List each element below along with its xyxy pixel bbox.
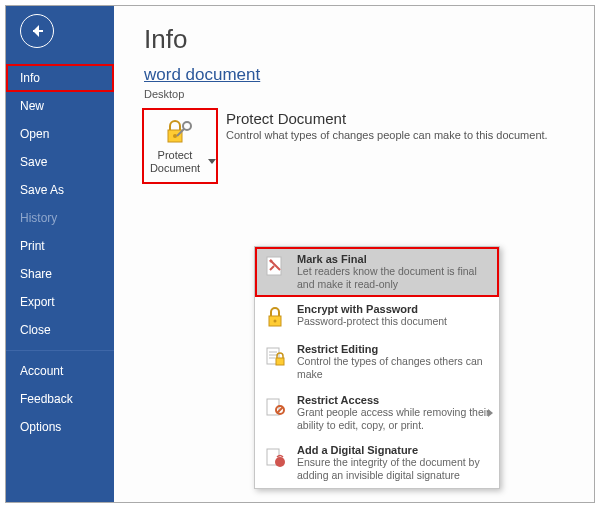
menu-mark-as-final[interactable]: Mark as Final Let readers know the docum…	[255, 247, 499, 297]
nav-options[interactable]: Options	[6, 413, 114, 441]
menu-item-desc: Grant people access while removing their…	[297, 406, 491, 432]
menu-item-desc: Password-protect this document	[297, 315, 491, 328]
nav-open[interactable]: Open	[6, 120, 114, 148]
lock-icon	[263, 305, 287, 329]
nav-close[interactable]: Close	[6, 316, 114, 344]
svg-rect-13	[276, 358, 284, 365]
nav-print[interactable]: Print	[6, 232, 114, 260]
menu-add-signature[interactable]: Add a Digital Signature Ensure the integ…	[255, 438, 499, 488]
protect-desc: Control what types of changes people can…	[226, 129, 594, 141]
restrict-editing-icon	[263, 345, 287, 369]
document-location: Desktop	[114, 85, 594, 110]
signature-icon	[263, 446, 287, 470]
main-pane: Info word document Desktop Protect Docum…	[114, 6, 594, 502]
nav-export[interactable]: Export	[6, 288, 114, 316]
nav-account[interactable]: Account	[6, 357, 114, 385]
protect-section: Protect Document Protect Document Contro…	[114, 110, 594, 182]
nav-save-as[interactable]: Save As	[6, 176, 114, 204]
nav-new[interactable]: New	[6, 92, 114, 120]
nav-info[interactable]: Info	[6, 64, 114, 92]
backstage-sidebar: Info New Open Save Save As History Print…	[6, 6, 114, 502]
svg-point-8	[274, 320, 277, 323]
menu-restrict-access[interactable]: Restrict Access Grant people access whil…	[255, 388, 499, 438]
svg-point-2	[173, 134, 177, 138]
protect-document-menu: Mark as Final Let readers know the docum…	[254, 246, 500, 489]
nav-history: History	[6, 204, 114, 232]
protect-button-label: Protect Document	[144, 149, 216, 173]
menu-restrict-editing[interactable]: Restrict Editing Control the types of ch…	[255, 337, 499, 387]
nav-save[interactable]: Save	[6, 148, 114, 176]
menu-item-title: Mark as Final	[297, 253, 491, 265]
nav-top: Info New Open Save Save As History Print…	[6, 64, 114, 441]
menu-item-desc: Control the types of changes others can …	[297, 355, 491, 381]
svg-rect-0	[33, 30, 43, 32]
svg-point-18	[275, 457, 285, 467]
menu-item-title: Add a Digital Signature	[297, 444, 491, 456]
menu-encrypt-password[interactable]: Encrypt with Password Password-protect t…	[255, 297, 499, 337]
restrict-access-icon	[263, 396, 287, 420]
back-button[interactable]	[20, 14, 54, 48]
nav-feedback[interactable]: Feedback	[6, 385, 114, 413]
menu-item-title: Encrypt with Password	[297, 303, 491, 315]
protect-title: Protect Document	[226, 110, 594, 129]
menu-item-desc: Let readers know the document is final a…	[297, 265, 491, 291]
svg-point-6	[270, 260, 273, 263]
menu-item-title: Restrict Access	[297, 394, 491, 406]
nav-share[interactable]: Share	[6, 260, 114, 288]
submenu-arrow-icon	[488, 409, 493, 417]
menu-item-title: Restrict Editing	[297, 343, 491, 355]
menu-item-desc: Ensure the integrity of the document by …	[297, 456, 491, 482]
mark-final-icon	[263, 255, 287, 279]
lock-key-icon	[165, 118, 195, 146]
chevron-down-icon	[208, 159, 216, 164]
page-title: Info	[114, 6, 594, 65]
protect-document-button[interactable]: Protect Document	[144, 110, 216, 182]
svg-point-3	[183, 122, 191, 130]
back-arrow-icon	[29, 23, 45, 39]
nav-separator	[6, 350, 114, 351]
document-name-link[interactable]: word document	[114, 65, 594, 85]
